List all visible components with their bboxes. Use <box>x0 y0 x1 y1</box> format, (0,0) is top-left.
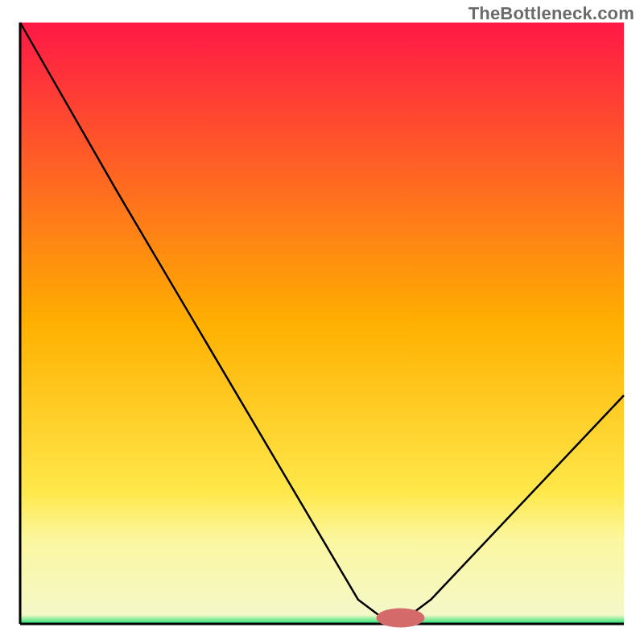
watermark-text: TheBottleneck.com <box>469 3 634 24</box>
plot-background <box>20 23 624 624</box>
bottleneck-chart <box>0 0 644 644</box>
marker-pill <box>377 609 425 628</box>
